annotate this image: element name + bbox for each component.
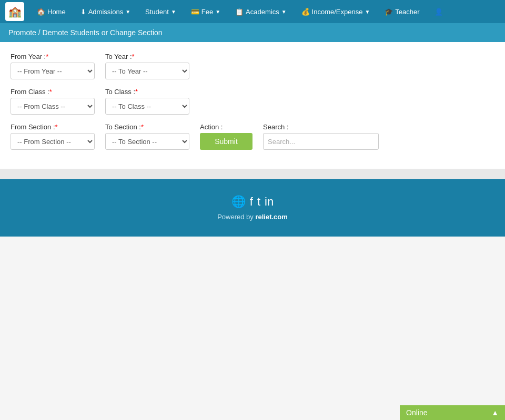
from-class-label-text: From Class : [11,88,49,96]
from-section-group: From Section :* -- From Section -- [11,123,95,150]
footer-powered: Powered by reliet.com [16,213,489,221]
to-section-label-text: To Section : [105,123,141,131]
twitter-icon[interactable]: t [257,195,260,209]
income-icon: 💰 [301,8,310,16]
from-section-select[interactable]: -- From Section -- [11,133,95,150]
admissions-icon: ⬇ [80,8,86,16]
facebook-icon[interactable]: f [250,195,253,209]
nav-academics-label: Academics [246,8,279,16]
to-class-select[interactable]: -- To Class -- [105,98,189,115]
nav-fee-label: Fee [201,8,213,16]
action-label-text: Action : [200,123,223,131]
form-row-section: From Section :* -- From Section -- To Se… [11,123,494,150]
fee-icon: 💳 [191,8,199,16]
powered-by-site: reliet.com [255,213,287,221]
admissions-caret: ▼ [125,9,130,15]
nav-admissions[interactable]: ⬇ Admissions ▼ [74,5,137,19]
nav-fee[interactable]: 💳 Fee ▼ [185,5,227,19]
to-section-label: To Section :* [105,123,189,131]
from-year-select[interactable]: -- From Year -- [11,63,95,79]
teacher-icon: 🎓 [385,8,393,16]
breadcrumb: Promote / Demote Students or Change Sect… [0,23,505,42]
to-year-label-text: To Year : [105,53,132,60]
action-group: Action : Submit [200,123,252,150]
to-class-group: To Class :* -- To Class -- [105,88,189,115]
from-year-label: From Year :* [11,53,95,60]
globe-icon[interactable]: 🌐 [231,195,246,209]
user-icon: 👤 [435,8,443,16]
academics-caret: ▼ [281,9,287,15]
brand-icon: 🏫 [8,5,22,18]
to-year-label: To Year :* [105,53,189,60]
to-year-select[interactable]: -- To Year -- [105,63,189,79]
form-row-year: From Year :* -- From Year -- To Year :* … [11,53,494,79]
nav-income-expense[interactable]: 💰 Income/Expense ▼ [295,5,377,19]
linkedin-icon[interactable]: in [265,195,274,209]
search-input[interactable] [263,133,379,150]
nav-academics[interactable]: 📋 Academics ▼ [229,5,292,19]
footer-social-icons: 🌐 f t in [16,195,489,209]
nav-income-label: Income/Expense [312,8,363,16]
from-class-select[interactable]: -- From Class -- [11,98,95,115]
fee-caret: ▼ [215,9,220,15]
search-label: Search : [263,123,379,131]
income-caret: ▼ [365,9,370,15]
search-group: Search : [263,123,379,150]
nav-teacher-label: Teacher [395,8,419,16]
from-year-group: From Year :* -- From Year -- [11,53,95,79]
nav-home[interactable]: 🏠 Home [31,5,72,19]
nav-home-label: Home [47,8,66,16]
from-year-required: * [46,53,48,60]
breadcrumb-text: Promote / Demote Students or Change Sect… [8,28,163,37]
from-class-group: From Class :* -- From Class -- [11,88,95,115]
to-year-required: * [132,53,135,60]
to-class-label-text: To Class : [105,88,135,96]
nav-admissions-label: Admissions [88,8,123,16]
form-row-class: From Class :* -- From Class -- To Class … [11,88,494,115]
from-class-label: From Class :* [11,88,95,96]
to-class-label: To Class :* [105,88,189,96]
from-section-required: * [55,123,58,131]
search-label-text: Search : [263,123,288,131]
from-class-required: * [49,88,52,96]
main-content: From Year :* -- From Year -- To Year :* … [0,42,505,169]
to-year-group: To Year :* -- To Year -- [105,53,189,79]
student-caret: ▼ [171,9,176,15]
page-footer: 🌐 f t in Powered by reliet.com [0,179,505,237]
to-section-select[interactable]: -- To Section -- [105,133,189,150]
to-class-required: * [135,88,138,96]
action-label: Action : [200,123,252,131]
submit-button[interactable]: Submit [200,133,252,150]
to-section-required: * [141,123,144,131]
from-section-label-text: From Section : [11,123,55,131]
navbar: 🏫 🏠 Home ⬇ Admissions ▼ Student ▼ 💳 Fee … [0,0,505,23]
from-section-label: From Section :* [11,123,95,131]
nav-teacher[interactable]: 🎓 Teacher [378,5,426,19]
powered-by-text: Powered by [217,213,255,221]
to-section-group: To Section :* -- To Section -- [105,123,189,150]
from-year-label-text: From Year : [11,53,46,60]
academics-icon: 📋 [235,8,244,16]
home-icon: 🏠 [37,8,45,16]
brand-logo[interactable]: 🏫 [5,2,24,21]
nav-student[interactable]: Student ▼ [139,5,183,19]
nav-student-label: Student [145,8,169,16]
nav-user[interactable]: 👤 [428,5,449,19]
gray-separator [0,169,505,179]
